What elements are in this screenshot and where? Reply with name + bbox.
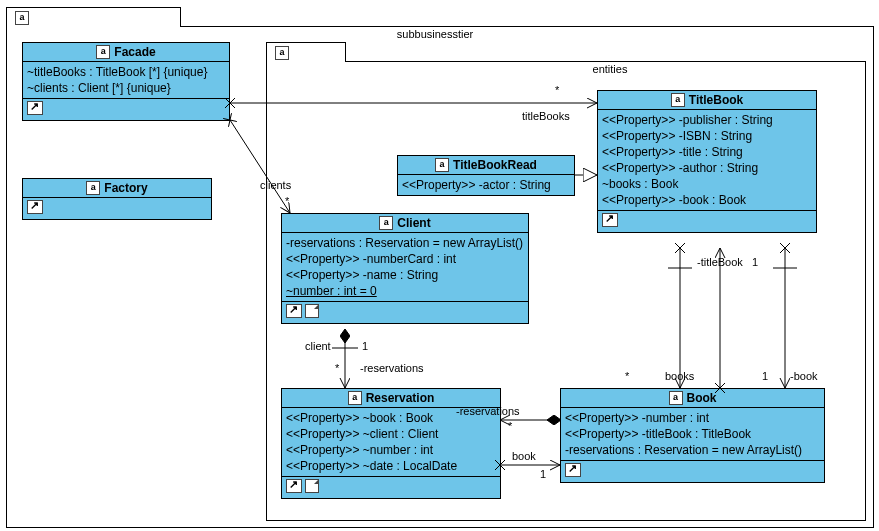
attributes: <<Property>> -publisher : String <<Prope… xyxy=(598,110,816,211)
attr: <<Property>> -number : int xyxy=(565,410,820,426)
class-name: Factory xyxy=(104,181,147,195)
shortcut-icon xyxy=(286,479,302,493)
class-name: TitleBookRead xyxy=(453,158,537,172)
shortcut-icon xyxy=(27,101,43,115)
mult: 1 xyxy=(762,370,768,382)
role: clients xyxy=(260,179,291,191)
attr: <<Property>> ~date : LocalDate xyxy=(286,458,496,474)
class-title: aTitleBookRead xyxy=(398,156,574,175)
footer xyxy=(282,302,528,323)
shortcut-icon xyxy=(565,463,581,477)
class-name: Book xyxy=(687,391,717,405)
class-title: aBook xyxy=(561,389,824,408)
attr: ~clients : Client [*] {unique} xyxy=(27,80,225,96)
role: -book xyxy=(790,370,818,382)
footer xyxy=(561,461,824,482)
class-name: TitleBook xyxy=(689,93,743,107)
class-icon: a xyxy=(348,391,362,405)
footer xyxy=(23,99,229,120)
role: client xyxy=(305,340,331,352)
attributes: -reservations : Reservation = new ArrayL… xyxy=(282,233,528,302)
class-icon: a xyxy=(671,93,685,107)
role: titleBooks xyxy=(522,110,570,122)
shortcut-icon xyxy=(602,213,618,227)
footer xyxy=(23,198,211,219)
class-icon: a xyxy=(669,391,683,405)
class-book: aBook <<Property>> -number : int <<Prope… xyxy=(560,388,825,483)
attr-static: ~number : int = 0 xyxy=(286,283,524,299)
role: books xyxy=(665,370,694,382)
footer xyxy=(598,211,816,232)
attr: <<Property>> -name : String xyxy=(286,267,524,283)
class-titlebook: aTitleBook <<Property>> -publisher : Str… xyxy=(597,90,817,233)
attr: <<Property>> -ISBN : String xyxy=(602,128,812,144)
attr: <<Property>> -publisher : String xyxy=(602,112,812,128)
class-icon: a xyxy=(96,45,110,59)
class-icon: a xyxy=(379,216,393,230)
class-name: Client xyxy=(397,216,430,230)
attr: <<Property>> ~number : int xyxy=(286,442,496,458)
class-client: aClient -reservations : Reservation = ne… xyxy=(281,213,529,324)
attr: <<Property>> -author : String xyxy=(602,160,812,176)
package-icon: a xyxy=(15,11,29,25)
attr: ~titleBooks : TitleBook [*] {unique} xyxy=(27,64,225,80)
class-icon: a xyxy=(86,181,100,195)
attr: ~books : Book xyxy=(602,176,812,192)
attr: <<Property>> ~client : Client xyxy=(286,426,496,442)
footer xyxy=(282,477,500,498)
attributes: <<Property>> -number : int <<Property>> … xyxy=(561,408,824,461)
attr: <<Property>> -title : String xyxy=(602,144,812,160)
mult: * xyxy=(508,420,512,432)
class-icon: a xyxy=(435,158,449,172)
attributes: ~titleBooks : TitleBook [*] {unique} ~cl… xyxy=(23,62,229,99)
note-icon xyxy=(305,479,319,493)
attributes: <<Property>> ~book : Book <<Property>> ~… xyxy=(282,408,500,477)
attr: <<Property>> -book : Book xyxy=(602,192,812,208)
class-title: aTitleBook xyxy=(598,91,816,110)
mult: * xyxy=(335,362,339,374)
mult: 1 xyxy=(540,468,546,480)
package-tab-outer: a a xyxy=(6,7,181,27)
attr: <<Property>> -numberCard : int xyxy=(286,251,524,267)
package-icon: a xyxy=(275,46,289,60)
mult: * xyxy=(625,370,629,382)
role: -reservations xyxy=(456,405,520,417)
attr: -reservations : Reservation = new ArrayL… xyxy=(565,442,820,458)
mult: * xyxy=(285,195,289,207)
shortcut-icon xyxy=(286,304,302,318)
class-titlebookread: aTitleBookRead <<Property>> -actor : Str… xyxy=(397,155,575,196)
role: book xyxy=(512,450,536,462)
attr: <<Property>> -titleBook : TitleBook xyxy=(565,426,820,442)
attr: -reservations : Reservation = new ArrayL… xyxy=(286,235,524,251)
class-title: aFactory xyxy=(23,179,211,198)
class-title: aClient xyxy=(282,214,528,233)
shortcut-icon xyxy=(27,200,43,214)
note-icon xyxy=(305,304,319,318)
class-factory: aFactory xyxy=(22,178,212,220)
mult: 1 xyxy=(362,340,368,352)
class-name: Facade xyxy=(114,45,155,59)
class-name: Reservation xyxy=(366,391,435,405)
mult: 1 xyxy=(752,256,758,268)
role: -reservations xyxy=(360,362,424,374)
package-tab-inner: a xyxy=(266,42,346,62)
package-name-outer: subbusinesstier xyxy=(260,28,610,40)
role: -titleBook xyxy=(697,256,743,268)
class-title: aFacade xyxy=(23,43,229,62)
package-name-inner: entities xyxy=(460,63,760,75)
attributes: <<Property>> -actor : String xyxy=(398,175,574,195)
uml-diagram: a a subbusinesstier a entities aFacade ~… xyxy=(0,0,879,531)
mult: * xyxy=(555,84,559,96)
class-facade: aFacade ~titleBooks : TitleBook [*] {uni… xyxy=(22,42,230,121)
attr: <<Property>> -actor : String xyxy=(402,177,570,193)
